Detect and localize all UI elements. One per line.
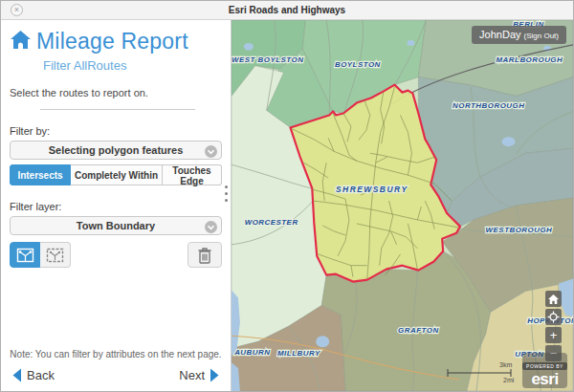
page-subtitle: Filter AllRoutes <box>43 58 222 73</box>
filter-layer-label: Filter layer: <box>10 201 222 212</box>
town-label: BOYLSTON <box>335 60 381 69</box>
home-icon <box>548 294 559 304</box>
scale-km-label: 3km <box>499 361 512 368</box>
locate-button[interactable] <box>545 309 562 325</box>
app-title: Esri Roads and Highways <box>1 5 573 15</box>
town-label: NORTHBOROUGH <box>453 101 524 110</box>
home-extent-button[interactable] <box>545 291 562 307</box>
panel-splitter-handle[interactable] <box>225 185 228 202</box>
town-label: MILLBURY <box>277 349 320 358</box>
filter-by-label: Filter by: <box>10 125 222 137</box>
trash-icon <box>197 247 212 264</box>
map-canvas[interactable]: BERLIN WEST BOYLSTON BOYLSTON MARLBOROUG… <box>232 20 573 391</box>
esri-logo: POWERED BY esri <box>522 353 567 388</box>
select-by-polygon-button[interactable] <box>10 242 40 268</box>
back-button[interactable]: Back <box>11 368 55 382</box>
chevron-left-icon <box>11 368 22 382</box>
chevron-down-icon <box>205 220 217 237</box>
touches-edge-button[interactable]: Touches Edge <box>163 164 222 185</box>
home-icon <box>10 30 32 54</box>
rectangle-select-icon <box>46 247 64 264</box>
intersects-button[interactable]: Intersects <box>10 164 71 185</box>
instruction-text: Select the routes to report on. <box>10 87 222 98</box>
polygon-select-icon <box>16 247 34 264</box>
filter-by-dropdown[interactable]: Selecting polygon features <box>10 141 222 160</box>
town-label: GRAFTON <box>398 326 439 335</box>
scale-mi-label: 2mi <box>503 377 515 383</box>
completely-within-button[interactable]: Completely Within <box>71 164 163 185</box>
app-window: Esri Roads and Highways × Mileage Report… <box>0 0 574 392</box>
town-label: WEST BOYLSTON <box>232 55 303 64</box>
powered-by-label: POWERED BY <box>522 362 567 370</box>
town-label: AUBURN <box>233 348 270 357</box>
spatial-relation-group: Intersects Completely Within Touches Edg… <box>10 164 222 185</box>
map-controls: + − <box>545 291 562 361</box>
user-signout-button[interactable]: JohnDay(Sign Out) <box>472 26 566 44</box>
select-by-rectangle-button[interactable] <box>40 242 71 268</box>
page-title: Mileage Report <box>36 29 188 54</box>
user-name: JohnDay <box>479 29 520 40</box>
zoom-in-button[interactable]: + <box>545 327 562 343</box>
note-text: Note: You can filter by attributes on th… <box>10 349 222 359</box>
town-label: WORCESTER <box>245 218 298 227</box>
next-label: Next <box>179 368 205 382</box>
filter-layer-value: Town Boundary <box>11 220 221 231</box>
divider <box>40 109 195 110</box>
scale-bar: 3km 2mi <box>444 359 520 384</box>
chevron-down-icon <box>205 144 217 162</box>
chevron-right-icon <box>210 368 220 382</box>
esri-brand: esri <box>522 372 567 387</box>
selection-tools-row <box>10 242 222 268</box>
basemap-svg: BERLIN WEST BOYLSTON BOYLSTON MARLBOROUG… <box>232 20 573 391</box>
title-bar: Esri Roads and Highways × <box>1 1 573 20</box>
filter-layer-dropdown[interactable]: Town Boundary <box>10 216 222 235</box>
wizard-footer: Back Next <box>10 368 222 385</box>
sidebar-panel: Mileage Report Filter AllRoutes Select t… <box>1 20 232 391</box>
selected-town-label: SHREWSBURY <box>336 185 408 194</box>
town-label: MARLBOROUGH <box>497 55 563 64</box>
close-icon[interactable]: × <box>11 4 23 16</box>
town-label: WESTBOROUGH <box>486 226 553 234</box>
sign-out-label: (Sign Out) <box>524 32 559 40</box>
back-label: Back <box>27 368 55 382</box>
clear-selection-button[interactable] <box>188 242 222 268</box>
filter-by-value: Selecting polygon features <box>11 144 221 156</box>
next-button[interactable]: Next <box>179 368 220 382</box>
locate-icon <box>547 311 560 323</box>
